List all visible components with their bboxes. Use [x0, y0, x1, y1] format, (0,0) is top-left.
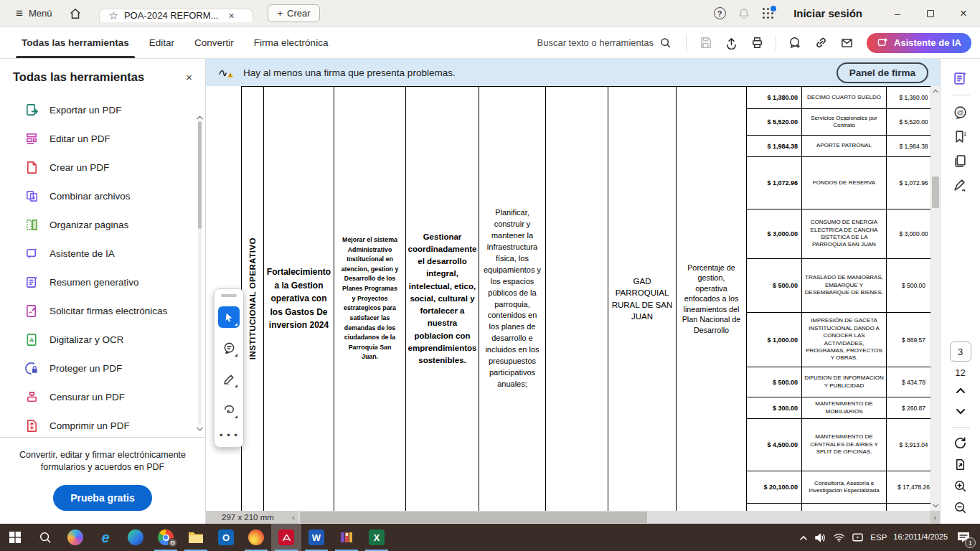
fit-page-button[interactable]	[948, 453, 973, 475]
pages-panel-button[interactable]	[948, 149, 974, 173]
star-icon[interactable]: ☆	[108, 9, 118, 22]
help-button[interactable]: ?	[707, 7, 732, 19]
link-button[interactable]	[809, 32, 832, 55]
search-icon	[659, 37, 672, 49]
tool-item-solicitar-firmas[interactable]: Solicitar firmas electrónicas	[0, 296, 205, 325]
windows-taskbar: e G O W X	[0, 524, 980, 551]
tab-todas-las-herramientas[interactable]: Todas las herramientas	[11, 27, 139, 58]
draw-tool-button[interactable]	[218, 399, 240, 420]
language-indicator[interactable]: ESP	[870, 533, 887, 542]
scrollbar-thumb[interactable]	[932, 176, 939, 208]
taskbar-acrobat[interactable]	[271, 524, 301, 551]
tray-volume-button[interactable]	[814, 532, 826, 543]
taskbar-file-explorer[interactable]	[181, 524, 211, 551]
generative-summary-icon	[953, 71, 968, 86]
scrollbar-thumb[interactable]	[300, 512, 647, 523]
tool-item-editar-pdf[interactable]: Editar un PDF	[0, 124, 205, 153]
toolbar-drag-handle[interactable]	[221, 294, 237, 297]
tool-item-censurar-pdf[interactable]: Censurar un PDF	[0, 382, 205, 411]
generative-summary-button[interactable]	[948, 66, 974, 90]
window-close-button[interactable]: ×	[947, 6, 980, 21]
notifications-button[interactable]	[732, 7, 756, 20]
lasso-icon	[222, 403, 236, 417]
rotate-page-button[interactable]	[948, 432, 973, 453]
taskbar-word[interactable]: W	[301, 524, 331, 551]
tool-item-organizar-paginas[interactable]: Organizar páginas	[0, 210, 205, 239]
next-page-button[interactable]	[948, 401, 973, 423]
taskbar-excel[interactable]: X	[362, 524, 392, 551]
tool-item-comprimir-pdf[interactable]: Comprimir un PDF	[0, 411, 205, 438]
tool-item-proteger-pdf[interactable]: Proteger un PDF	[0, 354, 205, 382]
menu-button[interactable]: ≡ Menú	[9, 7, 59, 19]
taskbar-search-button[interactable]	[30, 524, 60, 551]
scroll-right-arrow[interactable]: ›	[930, 513, 940, 522]
create-button[interactable]: + Crear	[268, 4, 319, 22]
taskbar-clock[interactable]: 16:20 11/4/2025	[893, 532, 948, 542]
signatures-panel-button[interactable]	[948, 173, 974, 197]
tools-panel-scrollbar[interactable]	[195, 114, 204, 433]
sign-in-button[interactable]: Iniciar sesión	[793, 7, 862, 19]
scroll-up-icon[interactable]	[196, 114, 204, 121]
zoom-out-button[interactable]	[948, 496, 973, 518]
document-bottom-bar: 297 x 210 mm ‹ ›	[206, 511, 940, 524]
taskbar-outlook[interactable]: O	[211, 524, 241, 551]
comment-tool-button[interactable]	[218, 337, 240, 359]
tools-panel-close-icon[interactable]: ×	[186, 71, 192, 83]
horizontal-scrollbar[interactable]	[298, 511, 930, 524]
add-comment-button[interactable]	[783, 32, 806, 55]
signature-panel-button[interactable]: Panel de firma	[837, 62, 928, 83]
scrollbar-track[interactable]	[931, 96, 940, 501]
email-button[interactable]	[835, 32, 858, 55]
save-button[interactable]	[694, 32, 717, 55]
previous-page-button[interactable]	[948, 380, 973, 401]
scroll-down-icon[interactable]	[196, 425, 204, 433]
taskbar-chrome[interactable]: G	[151, 524, 181, 551]
page-number-input[interactable]: 3	[950, 342, 971, 362]
taskbar-copilot-icon[interactable]	[60, 524, 90, 551]
highlight-tool-button[interactable]	[218, 368, 240, 390]
tab-editar[interactable]: Editar	[139, 27, 184, 58]
taskbar-firefox[interactable]	[241, 524, 271, 551]
scroll-up-arrow[interactable]	[931, 86, 940, 96]
home-button[interactable]	[63, 7, 88, 20]
print-button[interactable]	[745, 32, 768, 55]
window-restore-button[interactable]	[914, 10, 947, 17]
windows-logo-icon	[9, 532, 21, 543]
taskbar-internet-explorer[interactable]: e	[90, 524, 121, 551]
search-input[interactable]: Buscar texto o herramientas	[530, 37, 679, 49]
tab-firma-electronica[interactable]: Firma electrónica	[244, 27, 339, 58]
taskbar-edge[interactable]	[121, 524, 151, 551]
scroll-down-arrow[interactable]	[931, 501, 940, 511]
tab-close-icon[interactable]: ×	[228, 10, 234, 22]
scrollbar-thumb[interactable]	[198, 121, 202, 229]
document-vertical-scrollbar[interactable]	[930, 86, 940, 511]
ai-assistant-button[interactable]: Asistente de IA	[867, 33, 971, 53]
more-tools-button[interactable]: • • •	[220, 430, 238, 441]
taskbar-winrar[interactable]	[331, 524, 362, 551]
tab-convertir[interactable]: Convertir	[184, 27, 244, 58]
tray-show-hidden-button[interactable]	[799, 534, 808, 541]
tool-item-combinar-archivos[interactable]: Combinar archivos	[0, 182, 205, 210]
apps-grid-button[interactable]	[756, 8, 781, 19]
scroll-left-arrow[interactable]: ‹	[288, 513, 298, 522]
free-trial-button[interactable]: Prueba gratis	[53, 485, 151, 511]
tool-item-digitalizar-ocr[interactable]: A Digitalizar y OCR	[0, 325, 205, 354]
tool-item-resumen-generativo[interactable]: Resumen generativo	[0, 268, 205, 296]
tool-item-asistente-ia[interactable]: Asistente de IA	[0, 239, 205, 268]
document-tab[interactable]: ☆ POA-2024 REFORM... ×	[99, 9, 253, 22]
scrollbar-track[interactable]	[198, 121, 202, 425]
table-row: $ 1,380.00 DECIMO CUARTO SUELDO $ 1,380.…	[747, 87, 931, 109]
start-button[interactable]	[0, 524, 30, 551]
share-button[interactable]	[720, 32, 743, 55]
action-center-button[interactable]: 1	[954, 529, 973, 545]
tray-network-button[interactable]	[833, 532, 845, 542]
zoom-in-button[interactable]	[948, 475, 973, 496]
window-minimize-button[interactable]: –	[881, 8, 914, 19]
tool-item-exportar-pdf[interactable]: Exportar un PDF	[0, 95, 205, 124]
select-tool-button[interactable]	[218, 306, 240, 328]
tray-cast-button[interactable]	[852, 532, 864, 542]
comments-panel-button[interactable]: @	[948, 100, 974, 124]
tool-item-crear-pdf[interactable]: Crear un PDF	[0, 153, 205, 182]
bookmarks-panel-button[interactable]	[948, 124, 974, 149]
value-cell: $ 3,000.00	[887, 209, 931, 258]
